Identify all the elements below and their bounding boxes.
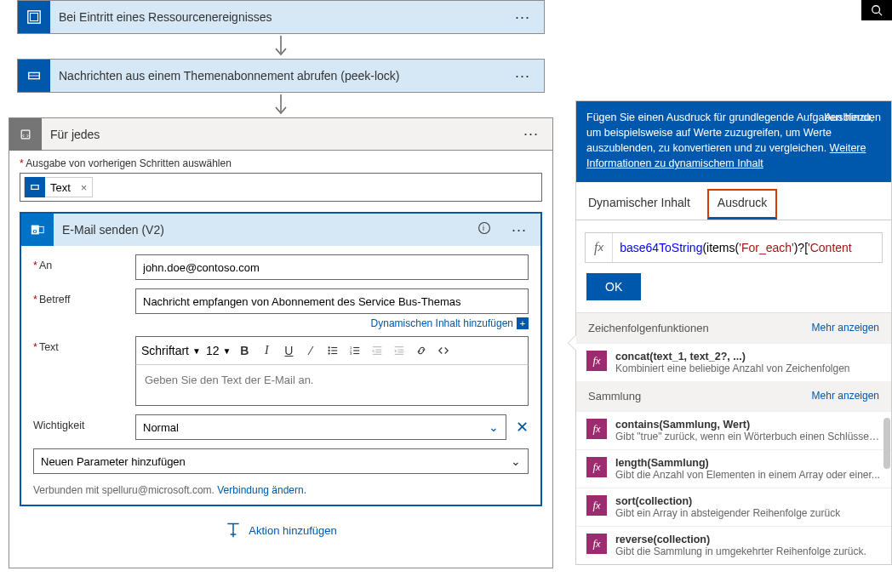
foreach-step: Für jedes ··· * Ausgabe von vorherigen S… [9,117,553,568]
svg-rect-3 [31,14,38,21]
underline-button[interactable]: U [278,340,299,361]
bullet-list-button[interactable] [323,340,343,361]
expression-input[interactable]: fx base64ToString(items('For_each')?['Co… [585,232,883,263]
panel-tabs: Dynamischer Inhalt Ausdruck [576,182,891,220]
svg-text:i: i [483,224,484,232]
ok-button[interactable]: OK [586,273,641,300]
fx-badge-icon: fx [586,534,607,554]
search-icon[interactable] [861,0,892,20]
body-label: *Text [33,336,135,353]
email-card-title: E-Mail senden (V2) [54,223,471,237]
token-remove-icon[interactable]: × [76,181,93,194]
section-string-functions: Zeichenfolgenfunktionen [588,322,709,334]
more-icon[interactable]: ··· [501,9,544,26]
section-collection: Sammlung [588,390,641,402]
foreach-title: Für jedes [42,128,510,141]
email-header[interactable]: o E-Mail senden (V2) i ··· [21,214,540,246]
function-item[interactable]: fx concat(text_1, text_2?, ...) Kombinie… [576,343,891,381]
link-button[interactable] [411,340,432,361]
subject-input[interactable] [135,288,529,314]
token-label: Text [45,181,76,194]
fx-badge-icon: fx [586,351,607,371]
bold-button[interactable]: B [234,340,254,361]
svg-text:3: 3 [350,351,352,356]
foreach-icon [9,118,42,151]
function-item[interactable]: fx reverse(collection) Gibt die Sammlung… [576,526,891,564]
indent-button[interactable] [389,340,409,361]
to-label: *An [33,254,135,271]
svg-rect-11 [38,226,43,232]
show-more-link[interactable]: Mehr anzeigen [812,390,879,402]
servicebus-icon [18,60,50,92]
svg-text:o: o [33,227,37,235]
more-icon[interactable]: ··· [501,67,544,85]
trigger-step[interactable]: Bei Eintritt eines Ressourcenereignisses… [17,0,545,34]
font-family-select[interactable]: Schriftart▼ [140,342,203,359]
numbered-list-button[interactable]: 123 [345,340,365,361]
get-messages-step[interactable]: Nachrichten aus einem Themenabonnement a… [17,59,545,93]
plus-icon[interactable]: + [517,317,529,329]
svg-line-1 [879,13,883,16]
connection-info: Verbunden mit spelluru@microsoft.com. Ve… [33,484,529,496]
fx-badge-icon: fx [586,419,607,439]
svg-point-18 [329,352,330,354]
info-icon[interactable]: i [471,221,498,238]
function-item[interactable]: fx contains(Sammlung, Wert) Gibt "true" … [576,411,891,449]
change-connection-link[interactable]: Verbindung ändern. [217,484,306,496]
function-item[interactable]: fx length(Sammlung) Gibt die Anzahl von … [576,449,891,488]
chevron-down-icon: ⌄ [489,420,499,434]
body-input[interactable]: Geben Sie den Text der E-Mail an. [135,365,529,406]
foreach-header[interactable]: Für jedes ··· [9,118,552,151]
add-dynamic-content-link[interactable]: Dynamischen Inhalt hinzufügen [371,317,513,329]
chevron-down-icon: ⌄ [511,454,521,468]
clear-importance-icon[interactable]: ✕ [516,418,529,437]
svg-rect-8 [31,186,38,190]
get-messages-title: Nachrichten aus einem Themenabonnement a… [50,69,501,83]
new-parameter-select[interactable]: Neuen Parameter hinzufügen ⌄ [33,448,529,474]
fx-icon: fx [586,233,613,262]
expression-panel: Ausblenden Fügen Sie einen Ausdruck für … [575,100,892,565]
eventgrid-icon [18,1,50,33]
fx-badge-icon: fx [586,457,607,477]
foreach-input-label: * Ausgabe von vorherigen Schritten auswä… [20,157,542,169]
more-icon[interactable]: ··· [498,221,540,239]
function-item[interactable]: fx sort(collection) Gibt ein Array in ab… [576,488,891,526]
trigger-title: Bei Eintritt eines Ressourcenereignisses [50,10,501,24]
expression-text: base64ToString(items('For_each')?['Conte… [613,241,859,254]
foreach-input[interactable]: Text × [20,173,542,202]
format-clear-button[interactable]: ∕ [300,340,321,361]
more-icon[interactable]: ··· [510,125,552,143]
subject-label: *Betreff [33,288,135,305]
show-more-link[interactable]: Mehr anzeigen [812,322,879,334]
fx-badge-icon: fx [586,495,607,516]
importance-select[interactable]: Normal ⌄ [135,414,506,440]
importance-label: Wichtigkeit [33,414,135,431]
arrow-connector [17,93,545,117]
outdent-button[interactable] [367,340,387,361]
panel-arrow [568,334,576,351]
arrow-connector [17,34,545,59]
svg-point-16 [329,350,330,351]
add-action-icon [225,522,242,539]
scrollbar-thumb[interactable] [883,418,890,469]
outlook-icon: o [21,214,54,246]
panel-header: Ausblenden Fügen Sie einen Ausdruck für … [576,101,891,182]
italic-button[interactable]: I [256,340,277,361]
code-view-button[interactable] [433,340,454,361]
svg-point-12 [479,223,490,234]
rich-text-toolbar: Schriftart▼ 12▼ B I U ∕ 123 [135,336,529,365]
hide-panel-link[interactable]: Ausblenden [825,110,881,125]
svg-point-0 [872,6,880,14]
font-size-select[interactable]: 12▼ [204,342,232,359]
add-action-button[interactable]: Aktion hinzufügen [20,506,542,554]
to-input[interactable] [135,254,529,280]
send-email-step: o E-Mail senden (V2) i ··· *An *Betreff [20,212,542,506]
tab-dynamic-content[interactable]: Dynamischer Inhalt [576,187,702,220]
token-chip[interactable]: Text × [24,177,93,197]
svg-point-14 [329,346,330,348]
servicebus-token-icon [25,177,45,197]
tab-expression[interactable]: Ausdruck [707,189,777,220]
